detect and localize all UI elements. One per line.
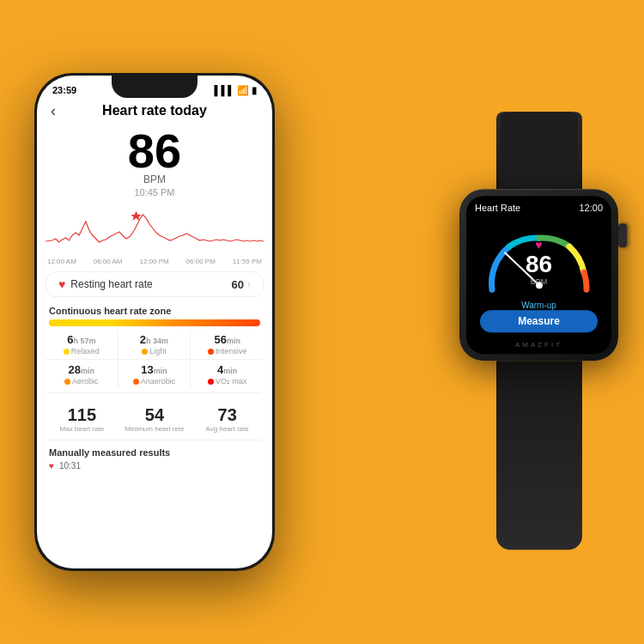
chevron-right-icon: ›: [247, 278, 251, 290]
heart-icon: ♥: [58, 277, 65, 291]
stat-vo2max: 4min VO₂ max: [191, 360, 264, 389]
resting-label: Resting heart rate: [70, 278, 152, 290]
watch-time: 12:00: [579, 203, 603, 213]
resting-heart-rate-row[interactable]: ♥ Resting heart rate 60 ›: [46, 271, 264, 297]
bpm-unit: BPM: [37, 173, 272, 185]
app-header: ‹ Heart rate today: [37, 100, 272, 122]
zone-bar: [49, 319, 260, 326]
phone-notch: [112, 76, 197, 98]
watch-band-top: [496, 112, 582, 189]
resting-left: ♥ Resting heart rate: [58, 277, 153, 291]
zone-section-title: Continuous heart rate zone: [37, 301, 272, 318]
app-title: Heart rate today: [102, 103, 207, 118]
watch-band-bottom: [496, 361, 582, 550]
heart-rate-chart: 12:00 AM 06:00 AM 12:00 PM 06:00 PM 11:5…: [37, 199, 272, 268]
watch-center-info: ♥ 86 BPM: [526, 238, 552, 287]
chart-labels: 12:00 AM 06:00 AM 12:00 PM 06:00 PM 11:5…: [46, 258, 264, 265]
watch-screen: Heart Rate 12:00: [466, 196, 611, 354]
phone-device: 23:59 ▌▌▌ 📶 ▮ ‹ Heart rate today 86 BPM: [34, 73, 275, 571]
chart-label-2: 12:00 PM: [139, 258, 168, 265]
watch-screen-header: Heart Rate 12:00: [466, 196, 611, 215]
bpm-display: 86 BPM 10:45 PM: [37, 122, 272, 199]
watch-bpm-value: 86: [526, 252, 552, 278]
chart-label-0: 12:00 AM: [47, 258, 76, 265]
stats-grid: 6h 57m Relaxed 2h 34m Light 56min Intens…: [37, 330, 272, 389]
metric-min-label: Minimum heart rete: [122, 425, 188, 433]
watch-heart-icon: ♥: [526, 238, 552, 252]
bottom-metrics: 115 Max heart rate 54 Minimum heart rete…: [37, 397, 272, 436]
chart-svg: [46, 203, 264, 254]
battery-icon: ▮: [252, 85, 257, 96]
stat-light: 2h 34m Light: [118, 330, 191, 360]
metric-max-label: Max heart rate: [49, 425, 115, 433]
stat-aerobic: 28min Aerobic: [46, 360, 118, 389]
wifi-icon: 📶: [237, 85, 249, 96]
signal-icon: ▌▌▌: [215, 85, 234, 95]
heart-icon-manual: ♥: [49, 461, 54, 471]
watch-gauge-area: ♥ 86 BPM: [466, 215, 611, 300]
watch-bpm-unit: BPM: [526, 278, 552, 287]
chart-label-1: 06:00 AM: [94, 258, 123, 265]
status-time: 23:59: [52, 85, 76, 95]
watch-brand: AMAZFIT: [466, 341, 611, 354]
stat-anaerobic: 13min Anaerobic: [118, 360, 191, 389]
metric-avg-value: 73: [194, 405, 260, 425]
scene: 23:59 ▌▌▌ 📶 ▮ ‹ Heart rate today 86 BPM: [0, 0, 644, 644]
watch-title: Heart Rate: [475, 203, 520, 213]
metric-max-value: 115: [49, 405, 115, 425]
manual-section-title: Manually measured results: [37, 444, 272, 459]
back-button[interactable]: ‹: [51, 102, 56, 120]
bpm-time: 10:45 PM: [37, 187, 272, 197]
watch-wrapper: Heart Rate 12:00: [459, 112, 618, 550]
status-icons: ▌▌▌ 📶 ▮: [215, 85, 257, 96]
resting-value: 60: [232, 278, 244, 291]
metric-min: 54 Minimum heart rete: [118, 402, 191, 436]
bpm-value: 86: [37, 127, 272, 175]
chart-label-3: 06:00 PM: [186, 258, 216, 265]
manual-time: 10:31: [59, 461, 81, 471]
stat-relaxed: 6h 57m Relaxed: [46, 330, 118, 360]
stat-intensive: 56min Intensive: [191, 330, 264, 360]
watch-zone-label: Warm-up: [466, 301, 611, 310]
watch-measure-button[interactable]: Measure: [480, 310, 598, 332]
manual-item: ♥ 10:31: [37, 459, 272, 472]
metric-avg-label: Avg heart rate: [194, 425, 260, 433]
watch-crown: [618, 223, 627, 247]
chart-label-4: 11:59 PM: [233, 258, 262, 265]
phone-wrapper: 23:59 ▌▌▌ 📶 ▮ ‹ Heart rate today 86 BPM: [34, 73, 275, 571]
metric-max: 115 Max heart rate: [46, 402, 118, 436]
watch-case: Heart Rate 12:00: [459, 189, 618, 361]
metric-min-value: 54: [122, 405, 188, 425]
phone-screen: 23:59 ▌▌▌ 📶 ▮ ‹ Heart rate today 86 BPM: [37, 76, 272, 568]
metric-avg: 73 Avg heart rate: [191, 402, 264, 436]
